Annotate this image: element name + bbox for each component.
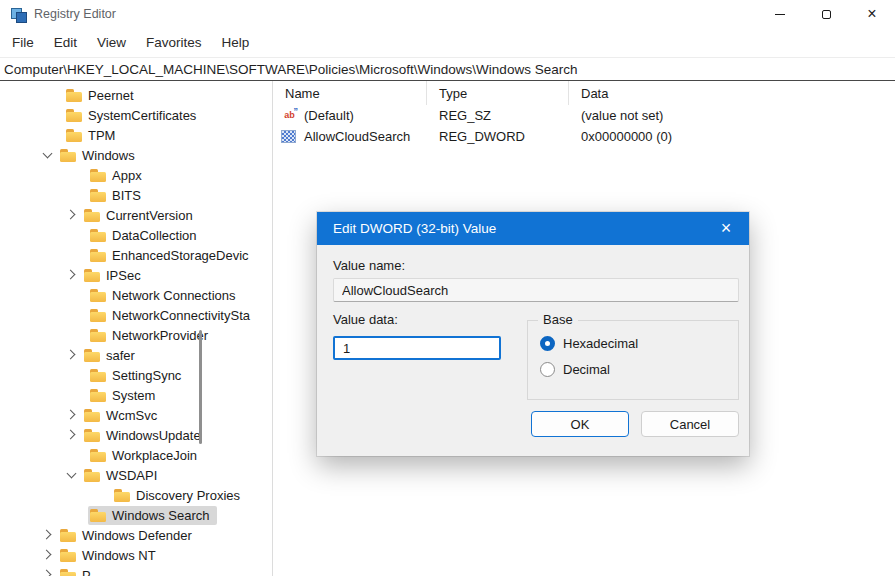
value-name-text: (Default) [304, 108, 354, 123]
base-groupbox-label: Base [538, 312, 578, 327]
tree-item-windowsupdate[interactable]: WindowsUpdate [0, 425, 272, 445]
chevron-right-icon[interactable] [38, 545, 58, 565]
chevron-right-icon[interactable] [62, 425, 82, 445]
menu-view[interactable]: View [87, 28, 136, 57]
column-header-type[interactable]: Type [427, 81, 569, 105]
column-header-name[interactable]: Name [273, 81, 427, 105]
tree-item-peernet[interactable]: Peernet [0, 85, 272, 105]
tree-item-content: Appx [88, 166, 149, 185]
tree-item-label: DataCollection [112, 228, 197, 243]
tree-item-content: NetworkConnectivitySta [88, 306, 257, 325]
radio-label: Hexadecimal [563, 336, 638, 351]
tree-item-wsdapi[interactable]: WSDAPI [0, 465, 272, 485]
chevron-spacer [62, 365, 88, 385]
cancel-button[interactable]: Cancel [641, 411, 739, 437]
tree-item-windows-search[interactable]: Windows Search [0, 505, 272, 525]
chevron-down-icon[interactable] [38, 145, 58, 165]
value-name-cell: ab(Default) [273, 108, 427, 123]
column-header-data[interactable]: Data [569, 81, 895, 105]
chevron-spacer [62, 305, 88, 325]
menu-help[interactable]: Help [212, 28, 260, 57]
window-title: Registry Editor [34, 7, 116, 21]
tree-item-networkconnectivitysta[interactable]: NetworkConnectivitySta [0, 305, 272, 325]
value-data-input[interactable] [333, 336, 501, 360]
ok-button[interactable]: OK [531, 411, 629, 437]
tree-item-content: Windows Defender [58, 526, 199, 545]
folder-icon [90, 369, 106, 382]
tree-item-ipsec[interactable]: IPSec [0, 265, 272, 285]
tree-item-discovery-proxies[interactable]: Discovery Proxies [0, 485, 272, 505]
tree-item-label: SettingSync [112, 368, 181, 383]
folder-icon [60, 149, 76, 162]
folder-icon [90, 389, 106, 402]
tree-item-datacollection[interactable]: DataCollection [0, 225, 272, 245]
tree-item-p[interactable]: P [0, 565, 272, 576]
folder-icon [90, 169, 106, 182]
tree-item-content: CurrentVersion [82, 206, 200, 225]
close-button[interactable]: × [849, 0, 895, 28]
value-row-allowcloudsearch[interactable]: AllowCloudSearchREG_DWORD0x00000000 (0) [273, 126, 895, 147]
radio-hexadecimal[interactable]: Hexadecimal [540, 336, 738, 351]
folder-icon [114, 489, 130, 502]
value-name-input[interactable] [333, 278, 739, 302]
tree-item-wcmsvc[interactable]: WcmSvc [0, 405, 272, 425]
chevron-spacer [62, 165, 88, 185]
tree-item-networkprovider[interactable]: NetworkProvider [0, 325, 272, 345]
menu-file[interactable]: File [2, 28, 44, 57]
menu-favorites[interactable]: Favorites [136, 28, 212, 57]
value-row-default[interactable]: ab(Default)REG_SZ(value not set) [273, 105, 895, 126]
minimize-button[interactable] [757, 0, 803, 28]
tree-item-windows[interactable]: Windows [0, 145, 272, 165]
tree-item-settingsync[interactable]: SettingSync [0, 365, 272, 385]
tree-item-system[interactable]: System [0, 385, 272, 405]
tree-item-content: DataCollection [88, 226, 204, 245]
radio-decimal[interactable]: Decimal [540, 362, 738, 377]
window-controls: × [757, 0, 895, 28]
tree-item-label: NetworkProvider [112, 328, 208, 343]
address-bar[interactable]: Computer\HKEY_LOCAL_MACHINE\SOFTWARE\Pol… [0, 58, 895, 81]
folder-icon [90, 309, 106, 322]
chevron-right-icon[interactable] [38, 525, 58, 545]
folder-icon [84, 469, 100, 482]
chevron-right-icon[interactable] [38, 565, 58, 576]
chevron-spacer [38, 125, 64, 145]
folder-icon [66, 129, 82, 142]
radio-label: Decimal [563, 362, 610, 377]
chevron-right-icon[interactable] [62, 405, 82, 425]
tree-item-label: TPM [88, 128, 115, 143]
tree-scrollbar-thumb[interactable] [199, 330, 202, 444]
dialog-title-bar[interactable]: Edit DWORD (32-bit) Value × [317, 212, 749, 245]
tree-item-safer[interactable]: safer [0, 345, 272, 365]
tree-item-systemcertificates[interactable]: SystemCertificates [0, 105, 272, 125]
tree-item-windows-defender[interactable]: Windows Defender [0, 525, 272, 545]
tree-item-content: System [88, 386, 162, 405]
chevron-spacer [86, 485, 112, 505]
edit-dword-dialog: Edit DWORD (32-bit) Value × Value name: … [317, 212, 749, 456]
tree-item-tpm[interactable]: TPM [0, 125, 272, 145]
menu-edit[interactable]: Edit [44, 28, 87, 57]
tree-item-content: WcmSvc [82, 406, 164, 425]
chevron-right-icon[interactable] [62, 345, 82, 365]
tree-item-bits[interactable]: BITS [0, 185, 272, 205]
tree-item-label: Peernet [88, 88, 134, 103]
tree-item-currentversion[interactable]: CurrentVersion [0, 205, 272, 225]
tree-item-label: SystemCertificates [88, 108, 196, 123]
minimize-icon [775, 14, 785, 15]
tree-item-windows-nt[interactable]: Windows NT [0, 545, 272, 565]
chevron-right-icon[interactable] [62, 205, 82, 225]
tree-item-workplacejoin[interactable]: WorkplaceJoin [0, 445, 272, 465]
tree-item-content: SystemCertificates [64, 106, 203, 125]
tree-item-content: Windows Search [88, 506, 217, 525]
tree-item-label: Windows [82, 148, 135, 163]
folder-icon [90, 449, 106, 462]
maximize-button[interactable] [803, 0, 849, 28]
tree-item-label: WcmSvc [106, 408, 157, 423]
tree-item-enhancedstoragedevic[interactable]: EnhancedStorageDevic [0, 245, 272, 265]
tree-item-appx[interactable]: Appx [0, 165, 272, 185]
tree-item-content: safer [82, 346, 142, 365]
chevron-down-icon[interactable] [62, 465, 82, 485]
chevron-right-icon[interactable] [62, 265, 82, 285]
dialog-close-button[interactable]: × [703, 212, 749, 245]
chevron-spacer [62, 445, 88, 465]
tree-item-network-connections[interactable]: Network Connections [0, 285, 272, 305]
